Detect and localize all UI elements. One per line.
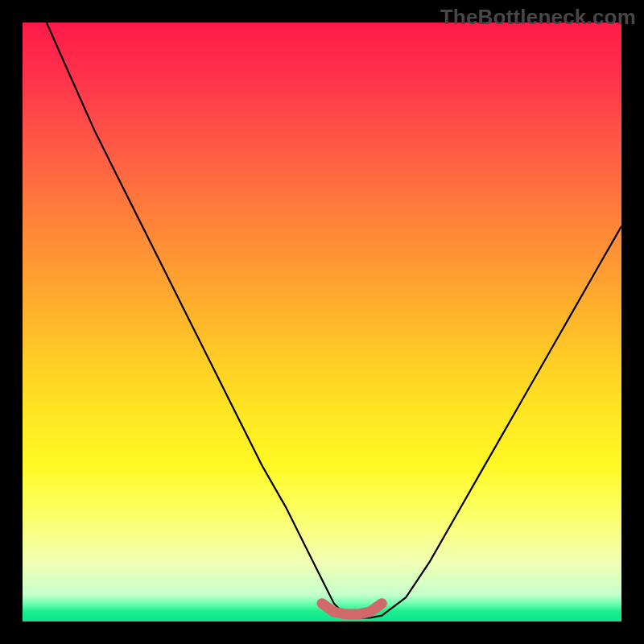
chart-svg bbox=[23, 23, 621, 621]
chart-frame: TheBottleneck.com bbox=[0, 0, 644, 644]
watermark-text: TheBottleneck.com bbox=[440, 5, 636, 30]
optimal-band-path bbox=[322, 604, 382, 614]
bottleneck-curve-path bbox=[47, 23, 621, 618]
chart-plot-area bbox=[23, 23, 621, 621]
